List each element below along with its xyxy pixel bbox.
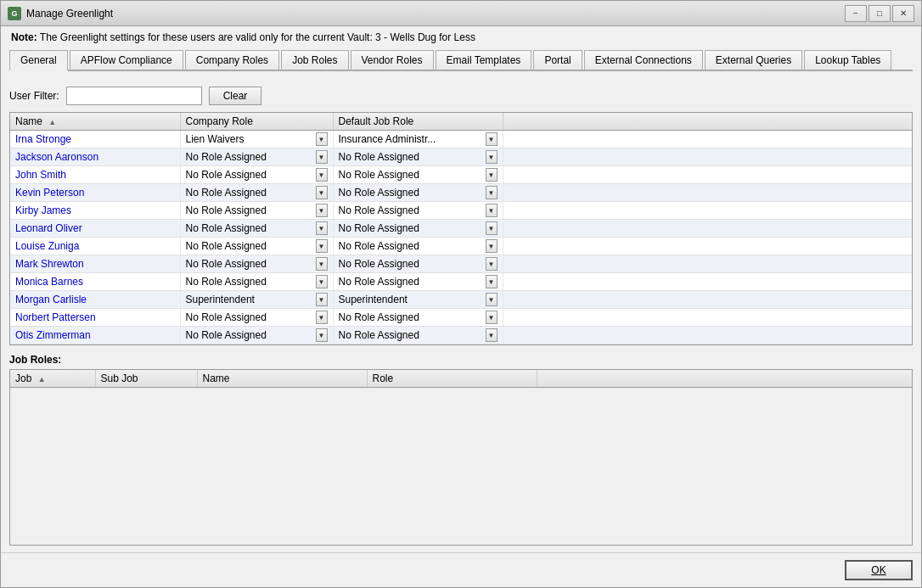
company-role-text: No Role Assigned [186,222,314,234]
users-tbody: Irna StrongeLien Waivers▼Insurance Admin… [10,131,912,344]
company-role-text: No Role Assigned [186,329,314,341]
default-job-role-dropdown[interactable]: ▼ [486,293,498,306]
job-col-header-extra [537,370,912,388]
default-job-role-dropdown[interactable]: ▼ [486,186,498,199]
company-role-dropdown[interactable]: ▼ [316,293,328,306]
users-table-scroll[interactable]: Name ▲ Company Role Default Job Role [10,113,912,344]
tab-vendor-roles[interactable]: Vendor Roles [351,50,434,70]
job-col-header-job[interactable]: Job ▲ [10,370,95,388]
table-row[interactable]: Jackson AaronsonNo Role Assigned▼No Role… [10,148,912,166]
ok-button[interactable]: OK [845,560,913,580]
default-job-role-text: Superintendent [339,294,484,305]
table-row[interactable]: John SmithNo Role Assigned▼No Role Assig… [10,166,912,184]
row-extra [503,291,912,309]
company-role-dropdown[interactable]: ▼ [316,257,328,271]
default-job-role-dropdown[interactable]: ▼ [486,328,498,342]
filter-label: User Filter: [9,90,59,102]
job-col-header-role[interactable]: Role [367,370,537,388]
tab-bar: GeneralAPFlow ComplianceCompany RolesJob… [9,50,913,71]
default-job-role-dropdown[interactable]: ▼ [486,257,498,271]
company-role-dropdown[interactable]: ▼ [316,328,328,342]
default-job-role-dropdown[interactable]: ▼ [486,221,498,235]
sort-arrow-name: ▲ [48,118,56,126]
tab-job-roles[interactable]: Job Roles [281,50,348,70]
default-job-role-dropdown[interactable]: ▼ [486,132,498,146]
job-roles-table-scroll[interactable]: Job ▲ Sub Job Name Role [10,370,912,545]
row-extra [503,309,912,327]
clear-button[interactable]: Clear [209,87,262,105]
company-role-text: Superintendent [186,294,314,305]
tab-apflow[interactable]: APFlow Compliance [70,50,183,70]
company-role-text: No Role Assigned [186,187,314,199]
table-row[interactable]: Otis ZimmermanNo Role Assigned▼No Role A… [10,327,912,344]
tab-company-roles[interactable]: Company Roles [185,50,279,70]
table-row[interactable]: Kirby JamesNo Role Assigned▼No Role Assi… [10,202,912,220]
company-role-dropdown[interactable]: ▼ [316,150,328,164]
company-role-dropdown[interactable]: ▼ [316,204,328,217]
company-role-text: No Role Assigned [186,276,314,288]
user-name: Irna Stronge [15,133,71,145]
window-title: Manage Greenlight [26,8,845,20]
company-role-dropdown[interactable]: ▼ [316,186,328,199]
company-role-dropdown[interactable]: ▼ [316,132,328,146]
table-row[interactable]: Kevin PetersonNo Role Assigned▼No Role A… [10,184,912,202]
table-row[interactable]: Monica BarnesNo Role Assigned▼No Role As… [10,273,912,291]
user-name: Otis Zimmerman [15,329,91,341]
user-filter-input[interactable] [66,87,202,105]
sort-arrow-job: ▲ [38,375,46,384]
app-icon: G [8,7,21,20]
tab-email-templates[interactable]: Email Templates [436,50,532,70]
company-role-text: No Role Assigned [186,311,314,323]
user-name: Jackson Aaronson [15,151,98,163]
col-header-default-job-role[interactable]: Default Job Role [333,113,503,131]
company-role-dropdown[interactable]: ▼ [316,311,328,324]
company-role-dropdown[interactable]: ▼ [316,168,328,182]
company-role-dropdown[interactable]: ▼ [316,221,328,235]
default-job-role-text: No Role Assigned [339,204,484,216]
table-row[interactable]: Leonard OliverNo Role Assigned▼No Role A… [10,220,912,238]
maximize-button[interactable]: □ [869,5,891,22]
company-role-text: No Role Assigned [186,240,314,252]
row-extra [503,131,912,148]
col-header-company-role[interactable]: Company Role [180,113,333,131]
tab-lookup-tables[interactable]: Lookup Tables [804,50,891,70]
table-row[interactable]: Morgan CarlisleSuperintendent▼Superinten… [10,291,912,309]
row-extra [503,202,912,220]
note-text: The Greenlight settings for these users … [40,31,475,43]
default-job-role-dropdown[interactable]: ▼ [486,311,498,324]
table-row[interactable]: Louise ZunigaNo Role Assigned▼No Role As… [10,238,912,255]
close-button[interactable]: ✕ [892,5,914,22]
minimize-button[interactable]: − [845,5,867,22]
row-extra [503,273,912,291]
default-job-role-dropdown[interactable]: ▼ [486,150,498,164]
default-job-role-text: Insurance Administr... [339,133,484,145]
default-job-role-dropdown[interactable]: ▼ [486,168,498,182]
job-col-header-name[interactable]: Name [197,370,367,388]
default-job-role-dropdown[interactable]: ▼ [486,239,498,253]
user-name: Morgan Carlisle [15,294,87,305]
job-roles-header-row: Job ▲ Sub Job Name Role [10,370,912,388]
tab-general[interactable]: General [9,50,68,71]
company-role-dropdown[interactable]: ▼ [316,275,328,288]
user-name: Louise Zuniga [15,240,79,252]
table-row[interactable]: Mark ShrewtonNo Role Assigned▼No Role As… [10,255,912,273]
window-controls: − □ ✕ [845,5,914,22]
col-header-name[interactable]: Name ▲ [10,113,180,131]
tab-portal[interactable]: Portal [533,50,582,70]
job-roles-label: Job Roles: [9,354,913,366]
company-role-dropdown[interactable]: ▼ [316,239,328,253]
tab-external-queries[interactable]: External Queries [705,50,802,70]
tab-external-connections[interactable]: External Connections [584,50,703,70]
table-row[interactable]: Irna StrongeLien Waivers▼Insurance Admin… [10,131,912,148]
company-role-text: No Role Assigned [186,169,314,181]
default-job-role-text: No Role Assigned [339,240,484,252]
default-job-role-dropdown[interactable]: ▼ [486,275,498,288]
note-prefix: Note: [11,31,37,43]
default-job-role-dropdown[interactable]: ▼ [486,204,498,217]
company-role-text: No Role Assigned [186,151,314,163]
main-window: G Manage Greenlight − □ ✕ Note: The Gree… [0,0,922,588]
job-col-header-subjob[interactable]: Sub Job [95,370,197,388]
job-roles-section: Job Roles: Job ▲ Sub Job [9,354,913,546]
table-row[interactable]: Norbert PattersenNo Role Assigned▼No Rol… [10,309,912,327]
user-name: Leonard Oliver [15,222,82,234]
